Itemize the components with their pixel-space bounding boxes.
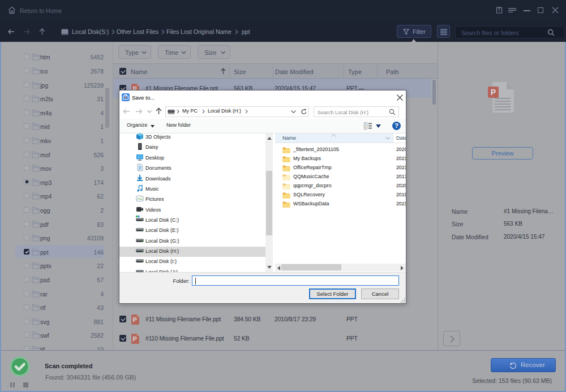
svg-text:P: P xyxy=(491,88,496,97)
svg-text:P: P xyxy=(132,316,136,323)
svg-text:P: P xyxy=(132,335,136,342)
